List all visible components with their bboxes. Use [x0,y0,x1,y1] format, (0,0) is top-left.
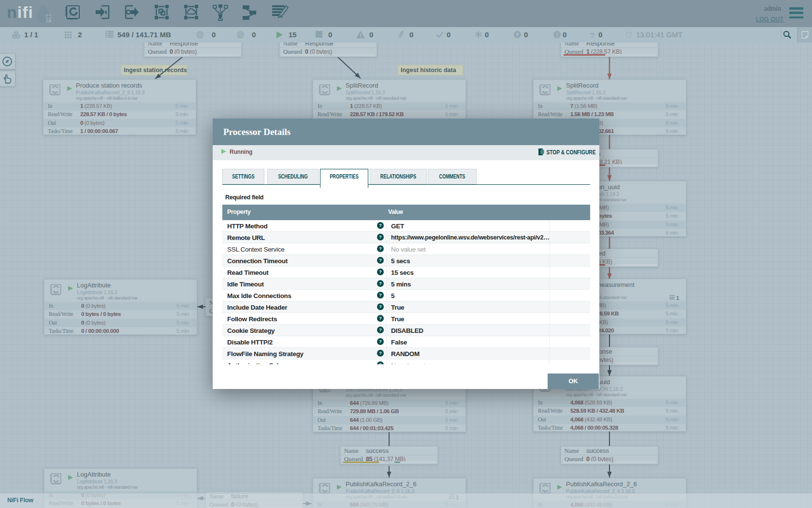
svg-text:?: ? [379,223,382,228]
svg-text:?: ? [379,362,382,364]
svg-text:?: ? [379,327,382,332]
svg-text:?: ? [379,281,382,286]
svg-text:?: ? [379,304,382,309]
svg-text:?: ? [379,269,382,274]
svg-text:?: ? [379,234,382,239]
svg-text:?: ? [379,315,382,321]
svg-text:?: ? [379,350,382,356]
svg-text:?: ? [379,339,382,344]
svg-text:?: ? [379,257,382,263]
svg-text:?: ? [379,246,382,251]
svg-text:?: ? [379,292,382,298]
